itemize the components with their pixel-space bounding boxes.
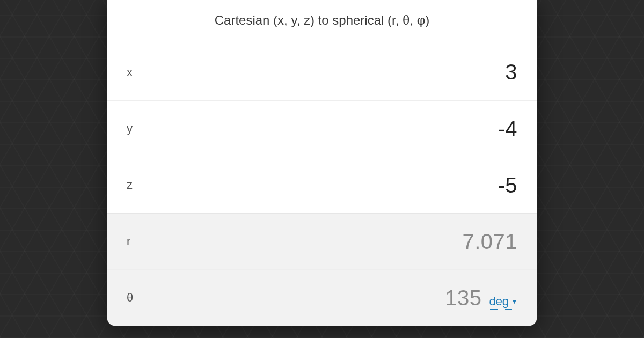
value-theta: 135	[445, 286, 481, 310]
input-row-y[interactable]: y -4	[107, 100, 537, 157]
value-r: 7.071	[462, 230, 517, 254]
value-wrap-theta: 135 deg ▼	[445, 286, 517, 310]
card-title: Cartesian (x, y, z) to spherical (r, θ, …	[107, 0, 537, 44]
outputs-section: r 7.071 θ 135 deg ▼	[107, 213, 537, 326]
value-y[interactable]: -4	[497, 117, 517, 141]
input-row-z[interactable]: z -5	[107, 157, 537, 213]
label-x: x	[127, 65, 133, 79]
unit-label-theta: deg	[489, 295, 509, 308]
chevron-down-icon: ▼	[511, 298, 517, 305]
input-row-x[interactable]: x 3	[107, 44, 537, 100]
converter-card: Cartesian (x, y, z) to spherical (r, θ, …	[107, 0, 537, 326]
label-theta: θ	[127, 291, 133, 305]
value-z[interactable]: -5	[497, 173, 517, 197]
value-x[interactable]: 3	[505, 60, 517, 84]
inputs-section: x 3 y -4 z -5	[107, 44, 537, 213]
output-row-theta: θ 135 deg ▼	[107, 269, 537, 326]
label-z: z	[127, 178, 133, 192]
label-y: y	[127, 122, 133, 136]
unit-selector-theta[interactable]: deg ▼	[489, 295, 517, 310]
output-row-r: r 7.071	[107, 213, 537, 269]
label-r: r	[127, 234, 130, 248]
